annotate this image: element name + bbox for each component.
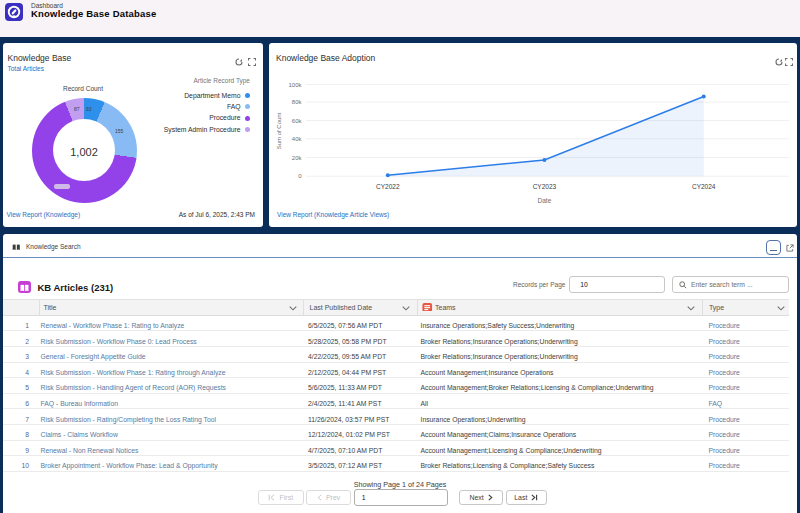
svg-text:CY2022: CY2022	[376, 183, 400, 190]
svg-text:CY2024: CY2024	[692, 183, 716, 190]
svg-text:Sum of Count: Sum of Count	[276, 112, 282, 149]
svg-text:CY2023: CY2023	[533, 183, 557, 190]
svg-text:80k: 80k	[292, 99, 303, 105]
svg-text:0: 0	[298, 173, 302, 179]
svg-text:60k: 60k	[292, 118, 303, 124]
svg-text:40k: 40k	[292, 136, 303, 142]
svg-text:100k: 100k	[288, 82, 302, 88]
svg-text:Date: Date	[538, 197, 552, 204]
svg-text:20k: 20k	[292, 155, 303, 161]
